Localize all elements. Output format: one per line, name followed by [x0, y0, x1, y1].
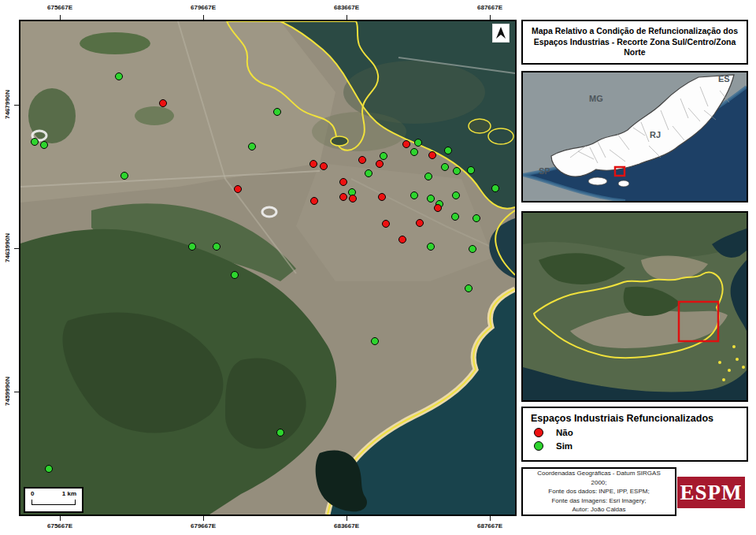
legend: Espaços Industriais Refuncionalizados Nã… — [521, 407, 748, 462]
easting-tick-mark — [60, 516, 61, 521]
island — [618, 180, 629, 187]
north-arrow-icon — [493, 24, 509, 42]
easting-tick-label: 679667E — [180, 522, 227, 529]
legend-item-label: Não — [556, 428, 573, 437]
easting-tick-label: 679667E — [180, 4, 227, 11]
legend-title: Espaços Industriais Refuncionalizados — [531, 413, 739, 424]
municipality-inset-image — [523, 213, 747, 400]
map-title: Mapa Relativo a Condição de Refuncionali… — [521, 20, 748, 65]
northing-tick-label: 7463990N — [2, 223, 12, 273]
scale-km-label: 1 km — [62, 490, 76, 497]
ilha-grande — [588, 177, 607, 185]
forest-patch — [28, 88, 76, 143]
forest-patch — [80, 32, 150, 54]
state-label-rj: RJ — [650, 130, 661, 139]
northing-tick-mark — [14, 105, 19, 106]
main-map-frame — [19, 20, 517, 516]
state-label-sp: SP — [539, 166, 550, 176]
state-label-es: ES — [718, 74, 730, 84]
credits-line: Fonte das Imagens: Esri Imagery; — [551, 496, 646, 506]
scale-bar: 0 1 km — [24, 487, 83, 513]
northing-tick-mark — [14, 248, 19, 249]
easting-tick-mark — [60, 15, 61, 20]
legend-item-label: Sim — [556, 441, 573, 451]
easting-tick-mark — [346, 15, 347, 20]
credits-line: Fonte dos dados: INPE, IPP, ESPM; — [548, 487, 649, 496]
easting-tick-label: 675667E — [36, 4, 83, 11]
legend-item-nao: Não — [531, 428, 739, 437]
state-label-mg: MG — [589, 94, 603, 103]
easting-tick-mark — [203, 516, 204, 521]
island-outline — [331, 136, 348, 146]
forest-patch — [135, 106, 174, 125]
easting-tick-label: 683667E — [323, 4, 370, 11]
easting-tick-mark — [490, 516, 491, 521]
espm-logo: ESPM — [677, 477, 745, 508]
scale-zero-label: 0 — [31, 490, 34, 497]
state-inset-image — [523, 72, 747, 201]
legend-red-dot-icon — [534, 428, 543, 437]
credits-box: Coordenadas Geográficas - Datum SIRGAS 2… — [521, 467, 676, 516]
northing-tick-label: 7459990N — [2, 366, 12, 417]
map-layout-sheet: 0 1 km Mapa Relativo a Condição de Refun… — [0, 0, 756, 535]
easting-tick-label: 687667E — [466, 522, 513, 529]
municipality-locator-inset-map — [521, 211, 748, 402]
main-map-satellite-image — [20, 21, 515, 515]
easting-tick-label: 675667E — [36, 522, 83, 529]
legend-item-sim: Sim — [531, 441, 739, 451]
easting-tick-mark — [346, 516, 347, 521]
north-arrow — [493, 24, 509, 42]
northing-tick-mark — [14, 392, 19, 392]
easting-tick-mark — [203, 15, 204, 20]
legend-green-dot-icon — [534, 441, 543, 451]
bay-sediment-plume — [312, 112, 406, 151]
northing-tick-label: 7467990N — [2, 80, 12, 130]
island-outline — [469, 119, 491, 133]
scale-bar-line — [32, 500, 76, 505]
easting-tick-label: 687667E — [466, 4, 513, 11]
credits-line: 2000; — [591, 478, 606, 488]
easting-tick-label: 683667E — [323, 522, 370, 529]
easting-tick-mark — [490, 15, 491, 20]
state-locator-inset-map: MG ES SP RJ — [521, 71, 748, 202]
credits-line: Coordenadas Geográficas - Datum SIRGAS — [537, 469, 661, 478]
credits-line: Autor: João Caldas — [572, 505, 625, 515]
